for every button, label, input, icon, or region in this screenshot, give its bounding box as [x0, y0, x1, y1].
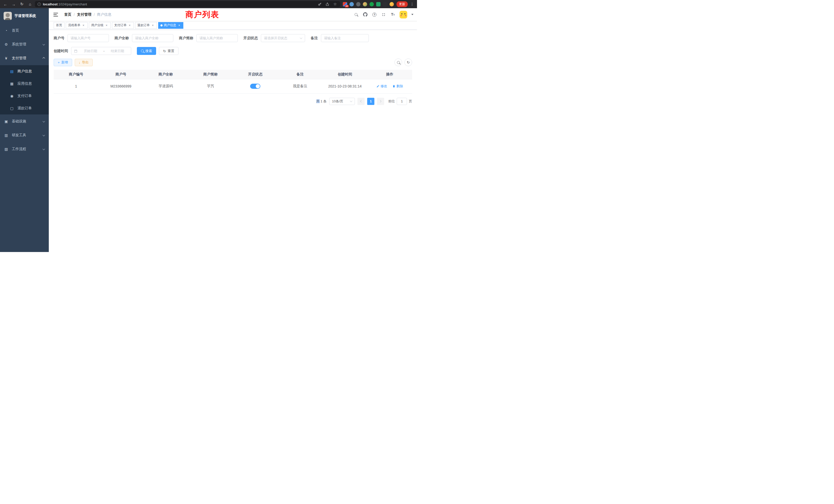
- status-select[interactable]: 请选择开启状态: [261, 34, 305, 42]
- user-avatar[interactable]: [399, 11, 407, 19]
- app-title: 芋道管理系统: [14, 14, 36, 18]
- refresh-table-button[interactable]: ↻: [404, 59, 412, 66]
- sidebar-item-label: 商户信息: [18, 69, 45, 74]
- tag-refund-order[interactable]: 退款订单 ×: [135, 22, 157, 29]
- tags-view: 首页 流程表单 × 用户分组 × 支付订单 × 退款订单 ×: [49, 21, 417, 30]
- goto-page-input[interactable]: [397, 98, 407, 105]
- export-button[interactable]: ↓ 导出: [75, 59, 93, 66]
- chevron-left-icon: [360, 100, 363, 102]
- url-text[interactable]: localhost:1024/pay/merchant: [43, 2, 315, 6]
- show-search-toggle-button[interactable]: [394, 59, 402, 66]
- cell-short-name: 芋艿: [188, 79, 233, 93]
- browser-menu-icon[interactable]: ⋮: [409, 2, 415, 6]
- browser-forward-icon[interactable]: →: [10, 1, 17, 7]
- sidebar-item-workflow[interactable]: ▧ 工作流程: [0, 142, 49, 156]
- status-toggle[interactable]: [250, 84, 260, 89]
- workflow-icon: ▧: [4, 147, 8, 151]
- plus-icon: +: [58, 61, 60, 64]
- breadcrumb-separator: /: [94, 13, 95, 17]
- extension-icon-1[interactable]: 10: [343, 2, 347, 6]
- sidebar-item-dev-tools[interactable]: ▥ 研发工具: [0, 128, 49, 142]
- password-key-icon[interactable]: [317, 2, 322, 7]
- tag-home[interactable]: 首页: [54, 22, 64, 29]
- tag-process-form[interactable]: 流程表单 ×: [66, 22, 88, 29]
- breadcrumb-home[interactable]: 首页: [64, 12, 71, 17]
- page-annotation: 商户列表: [185, 9, 219, 20]
- extension-icon-5[interactable]: [370, 2, 374, 6]
- full-name-input[interactable]: [132, 34, 173, 42]
- extension-icon-7[interactable]: [383, 2, 387, 6]
- create-time-range-picker[interactable]: 开始日期 - 结束日期: [71, 47, 131, 55]
- browser-back-icon[interactable]: ←: [2, 1, 9, 7]
- address-bar[interactable]: i localhost:1024/pay/merchant ☆: [35, 1, 340, 7]
- breadcrumb-payment[interactable]: 支付管理: [77, 12, 91, 17]
- cell-actions: 修改 删除: [368, 79, 412, 93]
- status-label: 开启状态: [243, 36, 258, 41]
- pagination-total: 共 1 条: [316, 99, 327, 104]
- search-icon[interactable]: [353, 12, 358, 17]
- col-create-time: 创建时间: [323, 70, 368, 79]
- tag-merchant-info[interactable]: 商户信息 ×: [158, 22, 183, 29]
- tag-close-icon[interactable]: ×: [177, 24, 181, 27]
- tag-label: 流程表单: [68, 23, 80, 27]
- extension-icon-6[interactable]: [376, 2, 380, 6]
- browser-refresh-icon[interactable]: ↻: [19, 1, 25, 7]
- sidebar-item-payment[interactable]: ¥ 支付管理: [0, 51, 49, 65]
- browser-home-icon[interactable]: ⌂: [27, 1, 34, 7]
- add-button[interactable]: + 新增: [54, 59, 72, 66]
- chevron-down-icon: [43, 147, 45, 150]
- tag-close-icon[interactable]: ×: [151, 24, 155, 27]
- end-date-placeholder: 结束日期: [107, 49, 128, 53]
- sidebar-item-refund-order[interactable]: ▢ 退款订单: [0, 102, 49, 114]
- site-info-icon[interactable]: i: [38, 3, 41, 6]
- extension-icon-4[interactable]: [363, 2, 367, 6]
- delete-link-label: 删除: [396, 84, 403, 89]
- short-name-input[interactable]: [196, 34, 238, 42]
- extension-icon-3[interactable]: [356, 2, 360, 6]
- reset-button[interactable]: ↻ 重置: [159, 47, 178, 55]
- sidebar-item-merchant-info[interactable]: ▤ 商户信息: [0, 65, 49, 77]
- order-icon: ◉: [10, 94, 14, 98]
- sidebar-item-app-info[interactable]: ▦ 应用信息: [0, 77, 49, 90]
- bookmark-star-icon[interactable]: ☆: [332, 2, 338, 7]
- delete-link[interactable]: 删除: [392, 84, 403, 89]
- extension-icon-2[interactable]: [349, 2, 354, 6]
- tag-close-icon[interactable]: ×: [128, 24, 131, 27]
- col-status: 开启状态: [233, 70, 278, 79]
- avatar-caret-icon[interactable]: [411, 14, 413, 15]
- page-size-select[interactable]: 10条/页: [329, 98, 355, 105]
- edit-link[interactable]: 修改: [376, 84, 387, 89]
- fullscreen-icon[interactable]: [381, 12, 386, 17]
- sidebar-item-system[interactable]: ⚙ 系统管理: [0, 38, 49, 51]
- dashboard-icon: ◔: [4, 28, 8, 32]
- sidebar-toggle-icon[interactable]: [53, 13, 58, 17]
- tag-close-icon[interactable]: ×: [82, 24, 85, 27]
- logo[interactable]: 芋道管理系统: [0, 8, 49, 24]
- sidebar-item-pay-order[interactable]: ◉ 支付订单: [0, 90, 49, 102]
- cell-full-name: 芋道源码: [143, 79, 188, 93]
- page-number-current[interactable]: 1: [367, 98, 374, 105]
- search-button[interactable]: 搜索: [137, 47, 156, 55]
- search-icon: [141, 49, 144, 52]
- prev-page-button[interactable]: [357, 98, 365, 105]
- tag-pay-order[interactable]: 支付订单 ×: [112, 22, 134, 29]
- next-page-button[interactable]: [377, 98, 384, 105]
- extension-icon-8[interactable]: [390, 2, 394, 6]
- tag-close-icon[interactable]: ×: [105, 24, 108, 27]
- tag-label: 退款订单: [137, 23, 150, 27]
- active-tag-dot: [160, 24, 162, 26]
- status-select-placeholder: 请选择开启状态: [264, 36, 298, 41]
- help-icon[interactable]: ?: [372, 12, 377, 17]
- merchant-no-input[interactable]: [68, 34, 109, 42]
- logo-avatar: [4, 12, 12, 20]
- remark-input[interactable]: [321, 34, 369, 42]
- font-size-icon[interactable]: TT: [390, 12, 395, 17]
- github-icon[interactable]: [363, 12, 368, 17]
- browser-update-button[interactable]: 更新: [396, 1, 408, 7]
- tag-user-group[interactable]: 用户分组 ×: [89, 22, 111, 29]
- sidebar-item-infrastructure[interactable]: ▣ 基础设施: [0, 114, 49, 128]
- sidebar-item-home[interactable]: ◔ 首页: [0, 24, 49, 38]
- share-icon[interactable]: [325, 2, 330, 7]
- sidebar-item-label: 首页: [12, 28, 45, 33]
- chevron-down-icon: [43, 134, 45, 136]
